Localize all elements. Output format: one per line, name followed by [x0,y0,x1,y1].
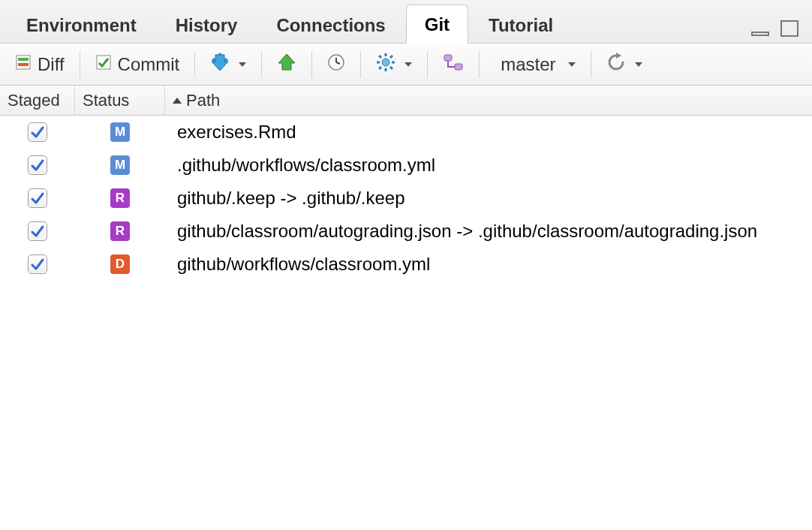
svg-line-14 [379,56,381,58]
svg-rect-5 [97,56,110,69]
maximize-icon[interactable] [780,20,798,37]
gear-icon [376,53,395,77]
separator [194,51,195,78]
branch-selector[interactable]: master [487,50,582,80]
new-branch-button[interactable] [435,49,471,80]
refresh-button[interactable] [599,48,650,81]
tab-environment[interactable]: Environment [8,5,155,44]
cell-staged [0,188,75,208]
separator [311,51,312,78]
tab-connections[interactable]: Connections [257,5,404,44]
cell-path: .github/workflows/classroom.yml [165,153,812,177]
refresh-icon [606,53,626,77]
cell-path: github/classroom/autograding.json -> .gi… [165,219,812,243]
staged-checkbox[interactable] [28,254,47,274]
cell-status: M [75,122,165,142]
table-row[interactable]: M.github/workflows/classroom.yml [0,149,812,182]
chevron-down-icon [404,62,412,67]
git-pane: Environment History Connections Git Tuto… [0,0,812,530]
arrow-up-icon [277,53,296,77]
cell-path: github/workflows/classroom.yml [165,252,812,276]
status-badge: M [110,155,130,175]
minimize-icon[interactable] [750,23,770,37]
svg-rect-19 [455,64,462,70]
column-staged[interactable]: Staged [0,86,75,115]
diff-button[interactable]: Diff [8,50,72,80]
commit-icon [95,54,112,75]
cell-path: exercises.Rmd [165,120,812,144]
column-path-label: Path [186,91,220,110]
table-row[interactable]: Rgithub/.keep -> .github/.keep [0,182,812,215]
more-button[interactable] [368,48,420,81]
staged-checkbox[interactable] [28,155,47,175]
cell-staged [0,155,75,175]
history-button[interactable] [320,49,353,80]
separator [80,51,80,78]
svg-line-15 [390,67,392,69]
cell-staged [0,122,75,142]
tab-tutorial[interactable]: Tutorial [470,5,572,44]
tab-git[interactable]: Git [406,5,468,44]
column-path[interactable]: Path [165,86,812,115]
branch-icon [443,53,464,76]
svg-line-16 [379,67,381,69]
status-badge: M [110,122,130,142]
svg-rect-3 [18,58,29,61]
staged-checkbox[interactable] [28,221,47,241]
commit-label: Commit [118,54,180,75]
status-badge: R [110,221,130,241]
cell-status: M [75,155,165,175]
separator [261,51,262,78]
commit-button[interactable]: Commit [88,50,188,80]
cell-staged [0,221,75,241]
cell-status: R [75,188,165,208]
chevron-down-icon [568,62,576,67]
status-badge: R [110,188,130,208]
status-badge: D [110,254,130,274]
table-row[interactable]: Rgithub/classroom/autograding.json -> .g… [0,215,812,248]
separator [479,51,480,78]
cell-status: R [75,221,165,241]
table-body: Mexercises.RmdM.github/workflows/classro… [0,116,812,281]
tab-bar: Environment History Connections Git Tuto… [0,0,812,44]
branch-label: master [501,54,555,75]
clock-icon [327,53,345,76]
table-row[interactable]: Mexercises.Rmd [0,116,812,149]
chevron-down-icon [635,62,642,67]
diff-label: Diff [38,54,65,75]
separator [360,51,361,78]
staged-checkbox[interactable] [28,122,47,142]
sort-asc-icon [173,98,182,104]
svg-rect-0 [752,32,768,35]
diff-icon [15,54,32,75]
svg-rect-1 [781,21,798,36]
cell-status: D [75,254,165,274]
svg-line-17 [390,56,392,58]
svg-rect-18 [444,55,452,61]
separator [427,51,428,78]
separator [591,51,591,78]
window-controls [750,20,798,37]
pull-button[interactable] [203,48,254,81]
tab-history[interactable]: History [157,5,257,44]
svg-rect-2 [17,56,30,69]
push-button[interactable] [269,48,304,81]
table-header: Staged Status Path [0,86,812,116]
staged-checkbox[interactable] [28,188,47,208]
chevron-down-icon [239,62,246,67]
svg-rect-4 [18,63,29,66]
toolbar: Diff Commit [0,44,812,86]
cell-path: github/.keep -> .github/.keep [165,186,812,210]
column-status[interactable]: Status [75,86,165,115]
arrow-down-icon [210,53,230,77]
svg-point-9 [382,59,389,66]
cell-staged [0,254,75,274]
table-row[interactable]: Dgithub/workflows/classroom.yml [0,248,812,281]
